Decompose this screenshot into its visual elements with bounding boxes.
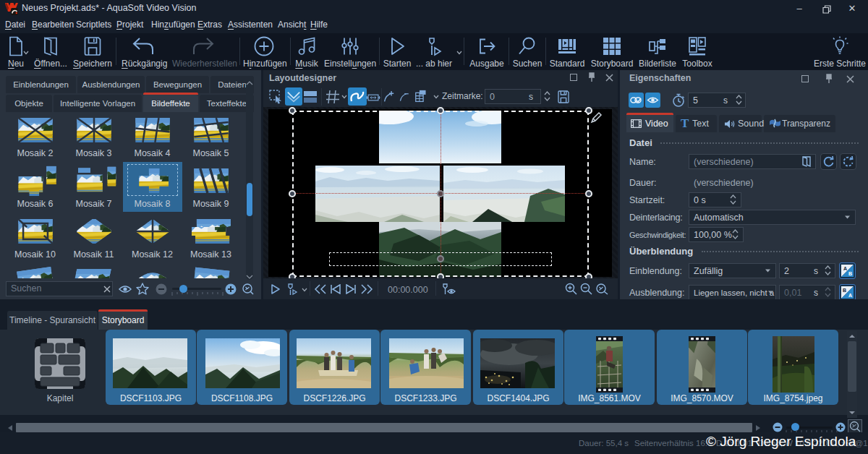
svg-text:B: B bbox=[843, 288, 846, 293]
svg-text:A: A bbox=[843, 266, 847, 271]
svg-text:B: B bbox=[848, 271, 852, 276]
svg-text:A: A bbox=[848, 293, 852, 298]
